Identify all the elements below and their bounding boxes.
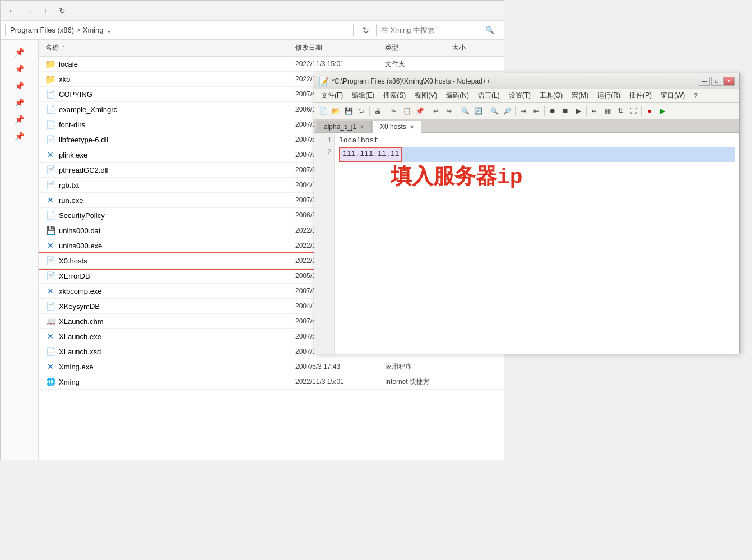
notepad-title-text: *C:\Program Files (x86)\Xming\X0.hosts -… (332, 77, 490, 85)
table-row[interactable]: ✕ Xming.exe 2007/5/3 17:43 应用程序 (39, 359, 504, 374)
sidebar-pin-5[interactable]: 📌 (13, 113, 26, 126)
file-name: 📁 locale (45, 59, 295, 69)
menu-plugins[interactable]: 插件(P) (625, 90, 656, 101)
file-name: 📄 font-dirs (45, 119, 295, 129)
tb-outdent[interactable]: ⇤ (530, 105, 542, 117)
tb-replace[interactable]: 🔄 (472, 105, 484, 117)
table-row[interactable]: 🌐 Xming 2022/11/3 15:01 Internet 快捷方 (39, 374, 504, 390)
tb-print[interactable]: 🖨 (372, 105, 384, 117)
table-row[interactable]: 📁 locale 2022/11/3 15:01 文件夹 (39, 57, 504, 72)
col-type[interactable]: 类型 (385, 43, 452, 53)
chm-icon: 📖 (46, 317, 55, 326)
menu-tools[interactable]: 工具(O) (535, 90, 567, 101)
window-controls: — □ ✕ (699, 77, 735, 86)
col-type-label: 类型 (385, 43, 398, 53)
menu-settings[interactable]: 设置(T) (504, 90, 535, 101)
tab-xohosts-close[interactable]: ✕ (410, 124, 414, 130)
tb-copy[interactable]: 📋 (401, 105, 413, 117)
tb-word-wrap[interactable]: ↵ (588, 105, 601, 117)
col-name[interactable]: 名称 ⌃ (45, 43, 295, 53)
tb-open[interactable]: 📂 (329, 105, 342, 117)
search-input[interactable] (381, 26, 485, 34)
breadcrumb-chevron: ⌄ (106, 26, 112, 34)
file-icon: 📁 (45, 74, 55, 84)
file-type: Internet 快捷方 (385, 377, 452, 387)
tb-redo[interactable]: ↪ (443, 105, 455, 117)
exe-icon: ✕ (47, 286, 54, 295)
up-button[interactable]: ↑ (39, 4, 52, 17)
file-name-text: font-dirs (59, 121, 85, 129)
tb-saveall[interactable]: 🗂 (355, 105, 368, 117)
editor-line-1: localhost (339, 135, 735, 147)
forward-button[interactable]: → (22, 4, 35, 17)
tb-find[interactable]: 🔍 (459, 105, 471, 117)
tb-record-red[interactable]: ● (643, 105, 656, 117)
menu-edit[interactable]: 编辑(E) (347, 90, 379, 101)
search-box: 🔍 (376, 24, 499, 36)
breadcrumb[interactable]: Program Files (x86) > Xming ⌄ (5, 24, 354, 36)
menu-file[interactable]: 文件(F) (317, 90, 347, 101)
file-name: ✕ XLaunch.exe (45, 331, 295, 341)
file-name-text: XErrorDB (59, 272, 90, 280)
breadcrumb-sep1: > (76, 26, 81, 34)
tb-sep5 (486, 106, 486, 116)
sidebar-pin-2[interactable]: 📌 (13, 62, 26, 76)
tb-new[interactable]: 📄 (317, 105, 329, 117)
annotation-fill-ip: 填入服务器ip (391, 161, 523, 195)
tb-macro-record[interactable]: ⏺ (546, 105, 559, 117)
tb-sync[interactable]: ⇅ (614, 105, 626, 117)
col-size-label: 大小 (452, 43, 466, 53)
tb-macro-play[interactable]: ▶ (572, 105, 584, 117)
menu-view[interactable]: 视图(V) (410, 90, 442, 101)
file-name-text: libfreetype-6.dll (59, 136, 108, 144)
file-icon: 📄 (45, 165, 55, 175)
menu-encoding[interactable]: 编码(N) (442, 90, 474, 101)
file-name: ✕ run.exe (45, 195, 295, 205)
file-name: 📖 XLaunch.chm (45, 316, 295, 326)
tb-cut[interactable]: ✂ (388, 105, 400, 117)
tb-zoom-in[interactable]: 🔍 (488, 105, 500, 117)
file-icon: 📖 (45, 316, 55, 326)
col-size[interactable]: 大小 (452, 43, 497, 53)
file-name-text: Xming.exe (59, 363, 93, 371)
menu-run[interactable]: 运行(R) (593, 90, 625, 101)
refresh-button[interactable]: ↻ (55, 4, 69, 17)
refresh-address-button[interactable]: ↻ (359, 24, 373, 37)
menu-language[interactable]: 语言(L) (474, 90, 504, 101)
file-name: ✕ Xming.exe (45, 362, 295, 372)
sidebar-pin-4[interactable]: 📌 (13, 96, 26, 109)
tab-xohosts[interactable]: X0.hosts ✕ (373, 121, 421, 133)
col-date[interactable]: 修改日期 (295, 43, 385, 53)
menu-help[interactable]: ? (689, 91, 702, 101)
tb-fullscreen[interactable]: ⛶ (627, 105, 639, 117)
tb-macro-stop[interactable]: ⏹ (559, 105, 572, 117)
maximize-button[interactable]: □ (711, 77, 722, 86)
file-name: 📄 COPYING (45, 89, 295, 99)
tb-run[interactable]: ▶ (656, 105, 669, 117)
close-button[interactable]: ✕ (723, 77, 735, 86)
tb-indent[interactable]: ⇥ (517, 105, 530, 117)
sidebar-pin-3[interactable]: 📌 (13, 79, 26, 92)
line-num-2: 2 (317, 147, 332, 159)
tb-panel[interactable]: ▦ (601, 105, 614, 117)
tb-save[interactable]: 💾 (342, 105, 355, 117)
tab-alpha[interactable]: alpha_s_j1 ✕ (317, 121, 372, 132)
tb-zoom-out[interactable]: 🔎 (501, 105, 513, 117)
tb-undo[interactable]: ↩ (430, 105, 442, 117)
folder-icon: 📁 (45, 74, 56, 85)
sidebar-pin-1[interactable]: 📌 (13, 45, 26, 59)
menu-macro[interactable]: 宏(M) (567, 90, 593, 101)
sidebar-pin-6[interactable]: 📌 (13, 129, 26, 143)
minimize-button[interactable]: — (699, 77, 710, 86)
tab-alpha-close[interactable]: ✕ (360, 124, 364, 130)
ip-input-box[interactable]: 111.111.11.11 (339, 147, 402, 162)
file-name-text: run.exe (59, 196, 83, 205)
back-button[interactable]: ← (5, 4, 18, 17)
notepad-title: 📝 *C:\Program Files (x86)\Xming\X0.hosts… (319, 77, 490, 86)
file-name: 🌐 Xming (45, 377, 295, 387)
tb-paste[interactable]: 📌 (414, 105, 426, 117)
menu-search[interactable]: 搜索(S) (379, 90, 410, 101)
editor-area[interactable]: localhost 111.111.11.11 填入服务器ip (335, 133, 739, 354)
folder-icon: 📁 (45, 59, 56, 70)
menu-window[interactable]: 窗口(W) (656, 90, 689, 101)
